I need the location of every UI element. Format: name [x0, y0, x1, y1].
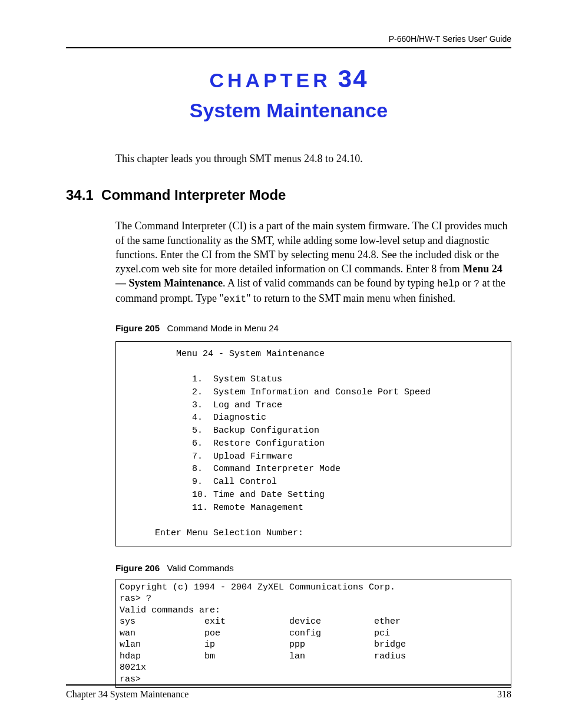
figure-206-caption: Figure 206 Valid Commands [115, 563, 511, 573]
section-body: The Command Interpreter (CI) is a part o… [115, 219, 511, 306]
figure-206-box: Copyright (c) 1994 - 2004 ZyXEL Communic… [115, 579, 511, 689]
chapter-intro: This chapter leads you through SMT menus… [115, 151, 511, 166]
section-title: Command Interpreter Mode [101, 187, 286, 203]
footer-rule [66, 684, 511, 686]
chapter-heading: CHAPTER 34 System Maintenance [66, 65, 511, 122]
chapter-title: System Maintenance [66, 99, 511, 122]
figure-205-text: Command Mode in Menu 24 [167, 323, 279, 333]
figure-206-text: Valid Commands [167, 563, 234, 573]
document-page: P-660H/HW-T Series User' Guide CHAPTER 3… [0, 0, 562, 728]
section-heading: 34.1 Command Interpreter Mode [66, 187, 511, 203]
footer-chapter: Chapter 34 System Maintenance [66, 689, 189, 700]
figure-205-label: Figure 205 [115, 323, 160, 333]
section-number: 34.1 [66, 187, 94, 203]
figure-205-box: Menu 24 - System Maintenance 1. System S… [115, 341, 511, 546]
footer-page-number: 318 [497, 689, 511, 700]
chapter-label: CHAPTER [209, 69, 330, 92]
header-guide-title: P-660H/HW-T Series User' Guide [66, 34, 511, 44]
header-rule [66, 47, 511, 48]
page-footer: Chapter 34 System Maintenance 318 [66, 684, 511, 700]
chapter-number: 34 [338, 65, 368, 93]
figure-205-caption: Figure 205 Command Mode in Menu 24 [115, 323, 511, 333]
figure-206-label: Figure 206 [115, 563, 160, 573]
